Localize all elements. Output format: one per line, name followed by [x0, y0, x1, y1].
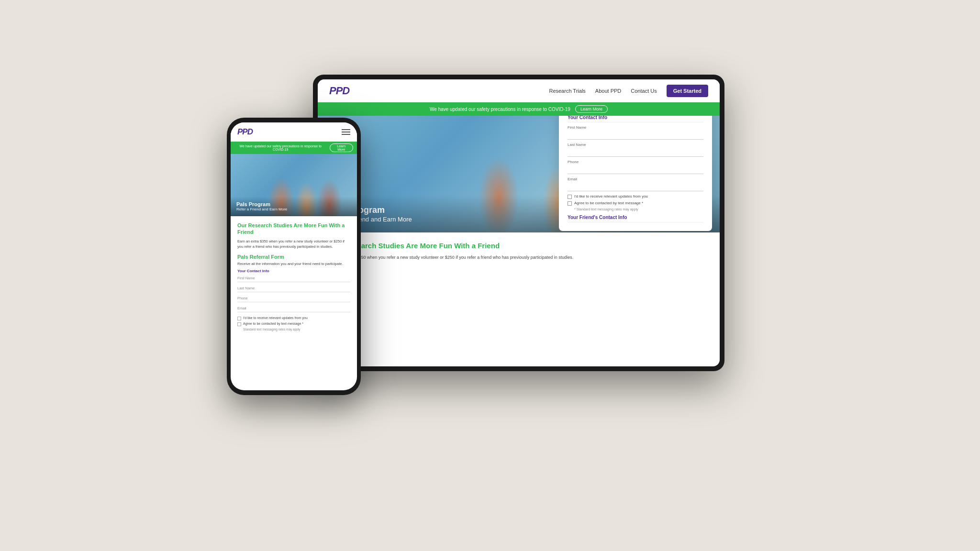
phone-email-label: Email [237, 306, 350, 310]
phone-logo: PPD [237, 127, 253, 137]
tablet-hero: Pals Program Refer a Friend and Earn Mor… [318, 116, 720, 232]
tablet-checkbox-updates: I'd like to receive relevant updates fro… [568, 194, 703, 199]
phone-hero-program-title: Pals Program [236, 201, 351, 207]
tablet-last-name-field: Last Name [568, 143, 703, 157]
tablet-banner-learn-more[interactable]: Learn More [575, 105, 608, 113]
tablet-first-name-input[interactable] [568, 132, 703, 140]
scene: PPD Research Trials About PPD Contact Us… [227, 60, 753, 491]
tablet-phone-input[interactable] [568, 167, 703, 174]
phone-covid-banner: We have updated our safety precautions i… [231, 142, 357, 154]
tablet-lower-content: Our Research Studies Are More Fun With a… [318, 232, 720, 366]
tablet-phone-field: Phone [568, 160, 703, 174]
tablet-your-contact-label: Your Contact Info [568, 116, 703, 122]
tablet-checkbox-text-box[interactable] [568, 201, 572, 206]
tablet-nav-links: Research Trials About PPD Contact Us Get… [549, 85, 708, 97]
phone-device: PPD We have updated our safety precautio… [227, 118, 361, 395]
tablet-banner-text: We have updated our safety precautions i… [430, 107, 570, 112]
tablet-last-name-input[interactable] [568, 150, 703, 157]
phone-navbar: PPD [231, 122, 357, 142]
tablet-friend-contact-label: Your Friend's Contact Info [568, 215, 703, 222]
phone-first-name-field: First Name [237, 276, 350, 282]
phone-research-description: Earn an extra $350 when you refer a new … [237, 239, 350, 250]
tablet-navbar: PPD Research Trials About PPD Contact Us… [318, 79, 720, 102]
phone-pals-form-description: Receive all the information you and your… [237, 262, 350, 266]
phone-hero-program-subtitle: Refer a Friend and Earn More [236, 207, 351, 211]
phone-checkbox-text-label: Agree to be contacted by text message * [243, 322, 303, 325]
tablet-checkbox-updates-box[interactable] [568, 195, 572, 199]
phone-phone-field: Phone [237, 296, 350, 302]
phone-hamburger-menu[interactable] [342, 129, 350, 135]
tablet-logo: PPD [329, 85, 349, 97]
tablet-phone-label: Phone [568, 160, 703, 164]
phone-checkbox-area: I'd like to receive relevant updates fro… [237, 316, 350, 331]
phone-research-title: Our Research Studies Are More Fun With a… [237, 222, 350, 236]
tablet-research-title: Our Research Studies Are More Fun With a… [329, 241, 708, 251]
phone-content: Our Research Studies Are More Fun With a… [231, 216, 357, 390]
phone-hero-overlay: Pals Program Refer a Friend and Earn Mor… [231, 197, 357, 216]
tablet-nav-about-ppd[interactable]: About PPD [595, 88, 621, 94]
tablet-research-description: Earn an extra $350 when you refer a new … [329, 254, 708, 261]
phone-contact-label: Your Contact Info [237, 269, 350, 273]
phone-menu-line-2 [342, 132, 350, 132]
phone-checkbox-text-row: Agree to be contacted by text message * [237, 322, 350, 326]
tablet-device: PPD Research Trials About PPD Contact Us… [313, 75, 724, 371]
phone-disclaimer: Standard text messaging rates may apply [243, 328, 350, 331]
phone-menu-line-1 [342, 129, 350, 130]
phone-menu-line-3 [342, 134, 350, 135]
tablet-checkbox-text-label: Agree to be contacted by text message * [574, 201, 643, 205]
phone-first-name-label: First Name [237, 276, 350, 280]
tablet-get-started-button[interactable]: Get Started [667, 85, 708, 97]
phone-checkbox-updates-row: I'd like to receive relevant updates fro… [237, 316, 350, 320]
tablet-nav-research-trials[interactable]: Research Trials [549, 88, 585, 94]
tablet-email-field: Email [568, 177, 703, 191]
phone-pals-form-title: Pals Referral Form [237, 254, 350, 260]
phone-checkbox-updates-label: I'd like to receive relevant updates fro… [243, 316, 308, 320]
phone-screen: PPD We have updated our safety precautio… [231, 122, 357, 390]
phone-last-name-field: Last Name [237, 286, 350, 292]
tablet-email-label: Email [568, 177, 703, 181]
tablet-email-input[interactable] [568, 184, 703, 191]
tablet-nav-contact-us[interactable]: Contact Us [631, 88, 657, 94]
tablet-checkbox-updates-label: I'd like to receive relevant updates fro… [574, 194, 648, 198]
phone-banner-learn-more[interactable]: Learn More [330, 143, 354, 152]
tablet-text-content: Our Research Studies Are More Fun With a… [318, 232, 720, 366]
phone-checkbox-text-box[interactable] [237, 322, 241, 326]
tablet-first-name-label: First Name [568, 125, 703, 130]
tablet-first-name-field: First Name [568, 125, 703, 140]
phone-banner-text: We have updated our safety precautions i… [234, 144, 327, 151]
tablet-screen: PPD Research Trials About PPD Contact Us… [318, 79, 720, 366]
tablet-covid-banner: We have updated our safety precautions i… [318, 102, 720, 116]
phone-checkbox-updates-box[interactable] [237, 317, 241, 320]
phone-email-field: Email [237, 306, 350, 312]
tablet-pals-form-card: Pals Referral Form Receive all the infor… [559, 116, 712, 231]
tablet-last-name-label: Last Name [568, 143, 703, 147]
phone-hero: Pals Program Refer a Friend and Earn Mor… [231, 154, 357, 216]
tablet-form-disclaimer: * Standard text messaging rates may appl… [574, 208, 703, 211]
phone-last-name-label: Last Name [237, 286, 350, 290]
phone-phone-label: Phone [237, 296, 350, 300]
tablet-checkbox-text: Agree to be contacted by text message * [568, 201, 703, 206]
